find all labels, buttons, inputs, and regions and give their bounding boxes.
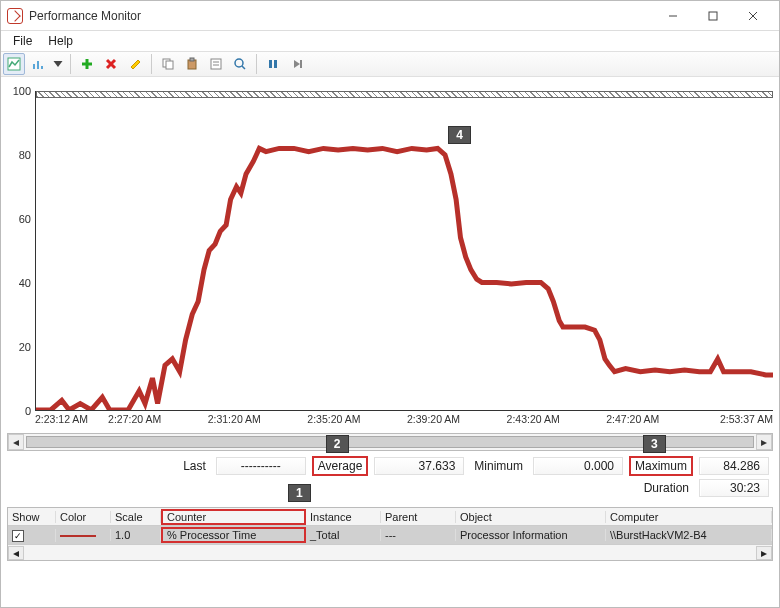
grid-scroll-right-icon[interactable]: ▸ [756,546,772,560]
svg-rect-24 [274,60,277,68]
duration-label: Duration [640,480,693,496]
svg-rect-26 [300,60,302,68]
minimum-label: Minimum [470,458,527,474]
col-object[interactable]: Object [456,511,606,523]
col-scale[interactable]: Scale [111,511,161,523]
minimum-value: 0.000 [533,457,623,475]
svg-rect-1 [709,12,717,20]
duration-value: 30:23 [699,479,769,497]
paste-button[interactable] [181,53,203,75]
average-value: 37.633 [374,457,464,475]
counter-grid: 1 Show Color Scale Counter Instance Pare… [7,507,773,561]
cell-counter: % Processor Time [161,527,306,543]
svg-marker-8 [54,61,63,67]
maximize-button[interactable] [693,2,733,30]
maximum-label: Maximum [629,456,693,476]
cell-computer: \\BurstHackVM2-B4 [606,529,772,541]
svg-rect-6 [37,61,39,69]
svg-rect-18 [211,59,221,69]
close-button[interactable] [733,2,773,30]
add-counter-button[interactable] [76,53,98,75]
chart-line [36,91,773,410]
cell-instance: _Total [306,529,381,541]
toolbar [1,51,779,77]
properties-button[interactable] [205,53,227,75]
scroll-right-icon[interactable]: ▸ [756,434,772,450]
grid-scroll-left-icon[interactable]: ◂ [8,546,24,560]
remove-counter-button[interactable] [100,53,122,75]
svg-rect-17 [190,58,194,61]
view-histogram-button[interactable] [27,53,49,75]
col-parent[interactable]: Parent [381,511,456,523]
col-computer[interactable]: Computer [606,511,772,523]
callout-2: 2 [326,435,349,453]
app-icon [7,8,23,24]
window-title: Performance Monitor [29,9,141,23]
menubar: File Help [1,31,779,51]
menu-file[interactable]: File [5,32,40,50]
svg-rect-5 [33,64,35,69]
menu-help[interactable]: Help [40,32,81,50]
cell-object: Processor Information [456,529,606,541]
grid-scrollbar[interactable]: ◂ ▸ [8,544,772,560]
average-label: Average [312,456,368,476]
zoom-button[interactable] [229,53,251,75]
app-window: Performance Monitor File Help [0,0,780,608]
x-axis: 2:23:12 AM2:27:20 AM2:31:20 AM2:35:20 AM… [35,413,773,431]
svg-marker-25 [294,60,300,68]
svg-rect-23 [269,60,272,68]
cell-color [56,529,111,541]
callout-1: 1 [288,484,311,502]
maximum-value: 84.286 [699,457,769,475]
svg-marker-13 [131,60,140,69]
svg-rect-7 [41,66,43,69]
chart-area: 020406080100 4 2:23:12 AM2:27:20 AM2:31:… [7,81,773,431]
minimize-button[interactable] [653,2,693,30]
titlebar: Performance Monitor [1,1,779,31]
col-show[interactable]: Show [8,511,56,523]
view-dropdown-button[interactable] [51,53,65,75]
content-area: 020406080100 4 2:23:12 AM2:27:20 AM2:31:… [1,77,779,607]
scroll-left-icon[interactable]: ◂ [8,434,24,450]
color-swatch [60,535,96,537]
col-instance[interactable]: Instance [306,511,381,523]
svg-rect-15 [166,61,173,69]
update-button[interactable] [286,53,308,75]
chart-plot[interactable] [35,91,773,411]
last-label: Last [179,458,210,474]
col-counter[interactable]: Counter [161,509,306,525]
cell-parent: --- [381,529,456,541]
copy-button[interactable] [157,53,179,75]
callout-4: 4 [448,126,471,144]
show-checkbox[interactable]: ✓ [12,530,24,542]
grid-header: Show Color Scale Counter Instance Parent… [8,508,772,526]
svg-point-21 [235,59,243,67]
freeze-button[interactable] [262,53,284,75]
cell-show[interactable]: ✓ [8,529,56,542]
svg-line-22 [242,66,245,69]
grid-row[interactable]: ✓ 1.0 % Processor Time _Total --- Proces… [8,526,772,544]
last-value: ---------- [216,457,306,475]
y-axis: 020406080100 [7,81,35,431]
callout-3: 3 [643,435,666,453]
cell-scale: 1.0 [111,529,161,541]
col-color[interactable]: Color [56,511,111,523]
stats-area: Last ---------- 2 Average 37.633 Minimum… [7,457,773,497]
highlight-button[interactable] [124,53,146,75]
view-chart-button[interactable] [3,53,25,75]
